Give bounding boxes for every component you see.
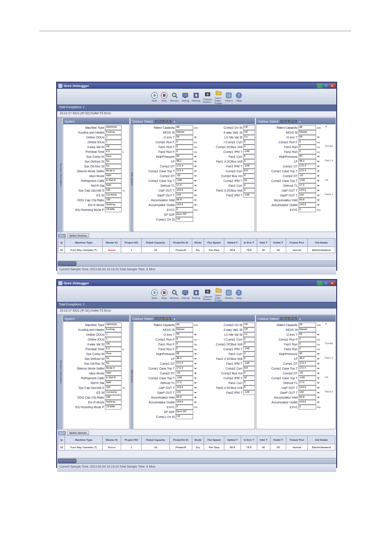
param-value: 0 bbox=[298, 145, 316, 149]
idu-header-cell[interactable]: Rated Capacity bbox=[142, 239, 169, 247]
param-row: Accumulator Outlet 143.6 ℉ bbox=[257, 400, 323, 405]
toolbar-capture-screen[interactable]: CaptureScreen bbox=[203, 288, 212, 301]
idu-header-cell[interactable]: Master St bbox=[103, 436, 121, 444]
param-unit: % bbox=[122, 189, 128, 192]
param-row: Comp2 IPM T 32 ℉ bbox=[202, 178, 255, 183]
idu-row[interactable]: 32Four Way Cassette (T)Master116Poweroff… bbox=[58, 247, 335, 253]
param-row: Fan2 Run 0 Hz bbox=[257, 149, 323, 154]
toolbar-monitor[interactable]: Monitor bbox=[170, 289, 179, 299]
idu-header-cell[interactable]: Project NO bbox=[121, 239, 142, 247]
outdoor-select-dropdown-icon-2[interactable]: ▾ bbox=[298, 120, 302, 123]
param-label: Defrost T1 bbox=[134, 381, 176, 385]
param-row: ODU Cap Cfg Ratio 135 bbox=[64, 198, 128, 203]
toolbar-start[interactable]: Start bbox=[151, 92, 158, 102]
toolbar-others[interactable]: ⋯Others bbox=[225, 289, 233, 299]
exception-line[interactable]: 16:12:17 IDU1 (IP:32):Outlet TS Error bbox=[57, 111, 336, 117]
exception-line[interactable]: 16:12:17 IDU1 (IP:32):Outlet TS Error bbox=[57, 308, 336, 315]
outdoor-select-value[interactable]: ODU1 (IP:8) bbox=[155, 120, 171, 123]
idu-header-cell[interactable]: Setted T bbox=[224, 436, 241, 444]
outdoor-select-value-2[interactable]: ODU1 (IP:8) bbox=[281, 317, 297, 320]
toolbar-setting[interactable]: Setting bbox=[192, 289, 200, 299]
idu-header-cell[interactable]: Machine Type bbox=[65, 436, 103, 444]
idu-row[interactable]: 32Four Way Cassette (T)Master116Poweroff… bbox=[58, 444, 335, 450]
idu-header-cell[interactable]: Project NO bbox=[121, 436, 142, 444]
outdoor-select-dropdown-icon[interactable]: ▾ bbox=[173, 120, 176, 123]
toolbar-open-data-folder[interactable]: OpenDataFolder bbox=[215, 287, 222, 302]
system-panel: System Machine Type GMV5(S) Kooling and … bbox=[63, 315, 129, 429]
toolbar-start[interactable]: Start bbox=[151, 289, 158, 299]
param-row: MOrS St Master bbox=[134, 327, 200, 332]
outdoor-select-value-2[interactable]: ODU1 (IP:8) bbox=[281, 120, 297, 123]
toolbar-monitor[interactable]: Monitor bbox=[170, 92, 179, 102]
param-row: Sys Defrost St No bbox=[64, 159, 128, 164]
minimize-button[interactable]: _ bbox=[317, 281, 323, 286]
toolbar-debug[interactable]: Debug bbox=[182, 92, 190, 102]
idu-header-cell[interactable]: Machine Type bbox=[65, 239, 103, 247]
param-row: Rated Capacity 28 kW bbox=[257, 125, 323, 130]
outdoor-select-dropdown-icon[interactable]: ▾ bbox=[173, 317, 176, 321]
idu-header-cell[interactable]: Inlet T bbox=[257, 239, 270, 247]
toolbar-setting[interactable]: Setting bbox=[192, 92, 200, 102]
toolbar-open-data-folder[interactable]: OpenDataFolder bbox=[215, 89, 222, 105]
minimize-button[interactable]: _ bbox=[317, 83, 323, 88]
idu-header-cell[interactable]: Rated Capacity bbox=[142, 436, 169, 444]
toolbar-help[interactable]: ?Help bbox=[235, 92, 242, 102]
param-value: 1 bbox=[105, 332, 122, 337]
toolbar-debug[interactable]: Debug bbox=[182, 289, 190, 299]
param-row: LP 48.2 ℉ bbox=[134, 159, 200, 164]
param-label: Accumulator Outlet bbox=[257, 203, 298, 207]
idu-header-cell[interactable]: Fan Speed bbox=[204, 239, 224, 247]
select-devices-button[interactable]: Select Devices bbox=[67, 431, 89, 435]
param-unit: ℉ bbox=[316, 194, 323, 197]
idu-header-cell[interactable]: Aid Heater bbox=[308, 436, 335, 444]
param-label: Comp1 Case Top T bbox=[134, 170, 176, 173]
idu-header-cell[interactable]: Ip bbox=[58, 239, 65, 247]
idu-header-cell[interactable]: Inlet T bbox=[257, 436, 270, 444]
outdoor-select-value[interactable]: ODU1 (IP:8) bbox=[155, 317, 171, 320]
toolbar-capture-screen[interactable]: CaptureScreen bbox=[203, 91, 212, 103]
maximize-button[interactable]: □ bbox=[323, 83, 329, 88]
horizontal-scrollbar[interactable] bbox=[57, 261, 336, 266]
idu-header-cell[interactable]: Aid Heater bbox=[308, 239, 335, 247]
idu-header-cell[interactable]: Outlet T bbox=[270, 436, 286, 444]
idu-tab[interactable]: IDU bbox=[58, 234, 66, 238]
param-row: Accumulator Inlet 69.8 ℉ bbox=[257, 395, 323, 400]
outdoor-select-dropdown-icon-2[interactable]: ▾ bbox=[298, 317, 302, 321]
idu-header-cell[interactable]: Fan Speed bbox=[204, 436, 224, 444]
close-button[interactable]: × bbox=[329, 83, 335, 88]
devices-info-tab[interactable]: Devices Information bbox=[57, 117, 62, 232]
idu-cell: 32 bbox=[58, 247, 65, 253]
idu-header-cell[interactable]: In Env T bbox=[241, 436, 257, 444]
scrollbar-thumb[interactable] bbox=[58, 261, 76, 266]
param-value: 0 bbox=[243, 183, 255, 188]
toolbar-stop[interactable]: Stop bbox=[161, 92, 168, 102]
param-label: Comp1 Case Top T bbox=[134, 367, 176, 370]
idu-header-cell[interactable]: Freeze Prot bbox=[286, 436, 307, 444]
idu-header-cell[interactable]: Freeze Prot bbox=[286, 239, 307, 247]
idu-tab[interactable]: IDU bbox=[58, 431, 66, 435]
idu-header-cell[interactable]: Ip bbox=[58, 436, 65, 444]
param-value: 28 bbox=[176, 323, 193, 327]
devices-info-tab[interactable]: Devices Information bbox=[57, 315, 62, 430]
param-value: On bbox=[243, 332, 255, 337]
maximize-button[interactable]: □ bbox=[323, 281, 329, 286]
idu-header-cell[interactable]: Mode bbox=[192, 239, 204, 247]
param-row: Comp1 Case Top T 172.4 ℉ bbox=[134, 366, 200, 371]
scrollbar-thumb[interactable] bbox=[58, 459, 76, 463]
idu-header-cell[interactable]: Outlet T bbox=[270, 239, 286, 247]
system-panel: System Machine Type GMV5(S) Kooling and … bbox=[63, 118, 129, 232]
toolbar-others[interactable]: ⋯Others bbox=[225, 92, 233, 102]
param-unit: ℉ bbox=[316, 367, 323, 370]
close-button[interactable]: × bbox=[329, 281, 335, 286]
toolbar-help[interactable]: ?Help bbox=[235, 289, 242, 299]
idu-header-cell[interactable]: Master St bbox=[103, 239, 121, 247]
select-devices-button[interactable]: Select Devices bbox=[67, 233, 89, 238]
idu-header-cell[interactable]: PowerOn St bbox=[169, 436, 192, 444]
horizontal-scrollbar[interactable] bbox=[57, 458, 336, 464]
idu-header-cell[interactable]: Setted T bbox=[224, 239, 241, 247]
param-row: SP D2P Dero SP bbox=[134, 410, 200, 414]
idu-header-cell[interactable]: PowerOn St bbox=[169, 239, 192, 247]
toolbar-stop[interactable]: Stop bbox=[161, 289, 168, 299]
idu-header-cell[interactable]: Mode bbox=[192, 436, 204, 444]
idu-header-cell[interactable]: In Env T bbox=[241, 239, 257, 247]
